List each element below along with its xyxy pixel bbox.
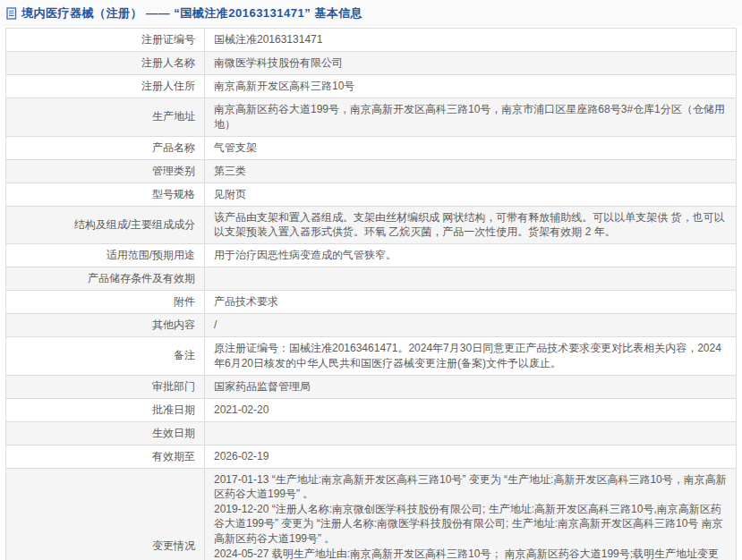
table-row-structure-composition: 结构及组成/主要组成成分该产品由支架和置入器组成。支架由丝材编织成 网状结构，可… — [6, 206, 737, 244]
table-row-approval-department: 审批部门国家药品监督管理局 — [6, 375, 737, 398]
table-row-management-category: 管理类别第三类 — [6, 159, 737, 182]
row-label-change-history: 变更情况 — [6, 468, 205, 560]
row-label-text: 有效期至 — [152, 450, 195, 462]
row-label-text: 变更情况 — [152, 539, 195, 552]
row-value-text: 国械注准20163131471 — [214, 33, 322, 46]
row-label-text: 结构及组成/主要组成成分 — [74, 218, 195, 231]
row-label-text: 注册人住所 — [141, 80, 195, 92]
row-value-text: 第三类 — [214, 165, 246, 177]
row-label-effective-date: 生效日期 — [6, 421, 205, 445]
row-value-effective-date — [205, 421, 737, 445]
row-value-text: 南京高新开发区高科三路10号 — [214, 80, 354, 92]
row-label-storage-validity: 产品储存条件及有效期 — [6, 267, 205, 291]
row-label-text: 管理类别 — [152, 165, 195, 177]
row-value-text: 南京高新区药谷大道199号，南京高新开发区高科三路10号，南京市浦口区星座路68… — [214, 103, 725, 131]
row-value-text: 国家药品监督管理局 — [214, 380, 311, 393]
table-row-registrant-address: 注册人住所南京高新开发区高科三路10号 — [6, 75, 737, 98]
page-title: 境内医疗器械（注册） —— “国械注准20163131471” 基本信息 — [21, 5, 362, 21]
row-label-product-name: 产品名称 — [6, 136, 205, 159]
table-row-storage-validity: 产品储存条件及有效期 — [6, 267, 737, 291]
row-label-text: 适用范围/预期用途 — [107, 249, 195, 261]
row-value-valid-until: 2026-02-19 — [205, 445, 737, 468]
row-value-text: 该产品由支架和置入器组成。支架由丝材编织成 网状结构，可带有释放辅助线。可以以单… — [214, 211, 725, 239]
table-row-valid-until: 有效期至2026-02-19 — [6, 445, 737, 468]
row-label-text: 附件 — [174, 295, 195, 308]
row-value-text: 气管支架 — [214, 141, 257, 154]
page-header: 境内医疗器械（注册） —— “国械注准20163131471” 基本信息 — [0, 0, 742, 26]
row-value-text: 见附页 — [214, 188, 246, 200]
row-value-remarks: 原注册证编号：国械注准20163461471。2024年7月30日同意更正产品技… — [205, 337, 737, 376]
row-value-text: 用于治疗因恶性病变造成的气管狭窄。 — [214, 249, 397, 261]
row-value-storage-validity — [205, 267, 737, 291]
row-value-registration-number: 国械注准20163131471 — [205, 29, 737, 52]
table-row-registration-number: 注册证编号国械注准20163131471 — [6, 29, 737, 52]
row-label-text: 备注 — [174, 349, 195, 361]
row-label-text: 型号规格 — [152, 188, 195, 200]
row-label-text: 注册人名称 — [141, 56, 195, 69]
row-value-approval-department: 国家药品监督管理局 — [205, 375, 737, 398]
row-label-other-content: 其他内容 — [6, 314, 205, 337]
row-value-management-category: 第三类 — [205, 159, 737, 182]
row-value-intended-use: 用于治疗因恶性病变造成的气管狭窄。 — [205, 244, 737, 267]
row-label-valid-until: 有效期至 — [6, 445, 205, 468]
row-label-model-spec: 型号规格 — [6, 182, 205, 206]
row-label-attachment: 附件 — [6, 291, 205, 314]
row-value-attachment: 产品技术要求 — [205, 291, 737, 314]
row-value-text: 产品技术要求 — [214, 295, 278, 308]
document-icon — [5, 7, 18, 20]
table-row-product-name: 产品名称气管支架 — [6, 136, 737, 159]
row-label-structure-composition: 结构及组成/主要组成成分 — [6, 206, 205, 244]
row-label-text: 生效日期 — [152, 427, 195, 439]
row-value-model-spec: 见附页 — [205, 182, 737, 206]
row-value-text: 原注册证编号：国械注准20163461471。2024年7月30日同意更正产品技… — [214, 342, 721, 369]
table-row-approval-date: 批准日期2021-02-20 — [6, 398, 737, 421]
row-label-remarks: 备注 — [6, 337, 205, 376]
row-value-text: 2021-02-20 — [214, 403, 269, 416]
table-row-remarks: 备注原注册证编号：国械注准20163461471。2024年7月30日同意更正产… — [6, 337, 737, 376]
row-label-approval-department: 审批部门 — [6, 375, 205, 398]
device-info-table: 注册证编号国械注准20163131471注册人名称南微医学科技股份有限公司注册人… — [5, 28, 737, 560]
change-history-line: 2017-01-13 “生产地址:南京高新开发区高科三路10号” 变更为 “生产… — [214, 472, 727, 502]
row-value-structure-composition: 该产品由支架和置入器组成。支架由丝材编织成 网状结构，可带有释放辅助线。可以以单… — [205, 206, 737, 244]
table-row-other-content: 其他内容/ — [6, 314, 737, 337]
row-value-product-name: 气管支架 — [205, 136, 737, 159]
device-info-table-body: 注册证编号国械注准20163131471注册人名称南微医学科技股份有限公司注册人… — [6, 29, 737, 560]
row-value-approval-date: 2021-02-20 — [205, 398, 737, 421]
row-label-intended-use: 适用范围/预期用途 — [6, 244, 205, 267]
row-value-text: 南微医学科技股份有限公司 — [214, 56, 343, 69]
change-history-line: 2024-05-27 载明生产地址由:南京高新开发区高科三路10号； 南京高新区… — [214, 547, 727, 560]
row-label-production-address: 生产地址 — [6, 98, 205, 137]
row-label-text: 审批部门 — [152, 380, 195, 393]
row-value-text: / — [214, 318, 217, 331]
row-value-text: 2026-02-19 — [214, 450, 269, 462]
row-label-management-category: 管理类别 — [6, 159, 205, 182]
table-row-attachment: 附件产品技术要求 — [6, 291, 737, 314]
row-label-text: 批准日期 — [152, 403, 195, 416]
table-row-change-history: 变更情况2017-01-13 “生产地址:南京高新开发区高科三路10号” 变更为… — [6, 468, 737, 560]
table-row-production-address: 生产地址南京高新区药谷大道199号，南京高新开发区高科三路10号，南京市浦口区星… — [6, 98, 737, 137]
row-label-registrant-name: 注册人名称 — [6, 52, 205, 75]
row-label-approval-date: 批准日期 — [6, 398, 205, 421]
row-label-registrant-address: 注册人住所 — [6, 75, 205, 98]
row-label-registration-number: 注册证编号 — [6, 29, 205, 52]
row-value-other-content: / — [205, 314, 737, 337]
row-label-text: 产品储存条件及有效期 — [88, 272, 195, 284]
row-label-text: 产品名称 — [152, 141, 195, 154]
change-history-line: 2019-12-20 “注册人名称:南京微创医学科技股份有限公司; 生产地址:高… — [214, 502, 727, 547]
row-label-text: 注册证编号 — [141, 33, 195, 46]
table-row-effective-date: 生效日期 — [6, 421, 737, 445]
row-value-registrant-name: 南微医学科技股份有限公司 — [205, 52, 737, 75]
row-value-change-history: 2017-01-13 “生产地址:南京高新开发区高科三路10号” 变更为 “生产… — [205, 468, 737, 560]
table-row-registrant-name: 注册人名称南微医学科技股份有限公司 — [6, 52, 737, 75]
table-row-intended-use: 适用范围/预期用途用于治疗因恶性病变造成的气管狭窄。 — [6, 244, 737, 267]
table-row-model-spec: 型号规格见附页 — [6, 182, 737, 206]
row-label-text: 其他内容 — [152, 318, 195, 331]
row-label-text: 生产地址 — [152, 110, 195, 123]
row-value-production-address: 南京高新区药谷大道199号，南京高新开发区高科三路10号，南京市浦口区星座路68… — [205, 98, 737, 137]
row-value-registrant-address: 南京高新开发区高科三路10号 — [205, 75, 737, 98]
